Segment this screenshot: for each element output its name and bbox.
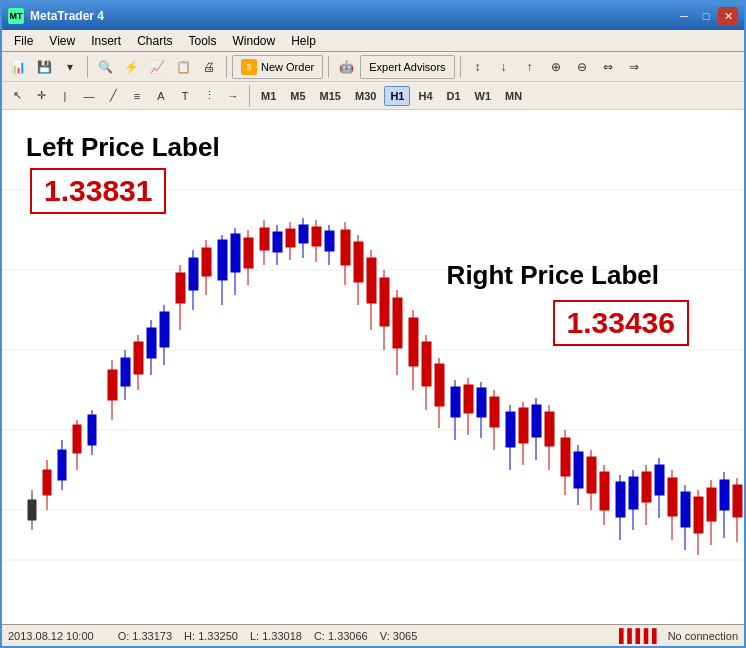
svg-rect-22 [134,342,143,374]
arrow-tool[interactable]: → [222,85,244,107]
sort-icon[interactable]: ↕ [466,55,490,79]
timeframe-m15[interactable]: M15 [314,86,347,106]
new-order-icon: $ [241,59,257,75]
chart-type-icon[interactable]: 📈 [145,55,169,79]
timeframe-m5[interactable]: M5 [284,86,311,106]
sep1 [87,56,88,78]
svg-rect-20 [121,358,130,386]
left-price-box: 1.33831 [30,168,166,214]
up-icon[interactable]: ↑ [518,55,542,79]
svg-rect-86 [574,452,583,488]
title-bar-controls: ─ □ ✕ [674,7,738,25]
fib-tool[interactable]: ⋮ [198,85,220,107]
svg-rect-10 [43,470,51,495]
new-chart-icon[interactable]: 📊 [6,55,30,79]
svg-rect-30 [189,258,198,290]
chart-container[interactable]: Left Price Label 1.33831 Right Price Lab… [2,110,744,624]
svg-rect-68 [451,387,460,417]
cursor-tool[interactable]: ↖ [6,85,28,107]
down-icon[interactable]: ↓ [492,55,516,79]
svg-rect-26 [160,312,169,347]
svg-rect-102 [681,492,690,527]
text-tool[interactable]: A [150,85,172,107]
auto-scroll-icon[interactable]: ⇒ [622,55,646,79]
svg-rect-40 [260,228,269,250]
sep5 [249,85,250,107]
svg-rect-48 [312,227,321,246]
horizontal-line-tool[interactable]: — [78,85,100,107]
svg-rect-60 [393,298,402,348]
channel-tool[interactable]: ≡ [126,85,148,107]
svg-rect-46 [299,225,308,243]
expert-advisors-button[interactable]: Expert Advisors [360,55,454,79]
menu-view[interactable]: View [41,32,83,50]
svg-rect-44 [286,229,295,247]
trendline-tool[interactable]: ╱ [102,85,124,107]
properties-icon[interactable]: 📋 [171,55,195,79]
sep2 [226,56,227,78]
svg-rect-80 [532,405,541,437]
menu-tools[interactable]: Tools [181,32,225,50]
main-window: MT MetaTrader 4 ─ □ ✕ File View Insert C… [0,0,746,648]
arrow-down-icon[interactable]: ▾ [58,55,82,79]
menu-charts[interactable]: Charts [129,32,180,50]
svg-rect-36 [231,234,240,272]
title-bar: MT MetaTrader 4 ─ □ ✕ [2,2,744,30]
expert-advisors-label: Expert Advisors [369,61,445,73]
minimize-button[interactable]: ─ [674,7,694,25]
svg-rect-104 [694,497,703,533]
menu-help[interactable]: Help [283,32,324,50]
toolbar1: 📊 💾 ▾ 🔍 ⚡ 📈 📋 🖨 $ New Order 🤖 Expert Adv… [2,52,744,82]
status-volume: V: 3065 [380,630,418,642]
zoom-out-icon[interactable]: ⊖ [570,55,594,79]
print-icon[interactable]: 🖨 [197,55,221,79]
sep3 [328,56,329,78]
svg-rect-64 [422,342,431,386]
menu-insert[interactable]: Insert [83,32,129,50]
svg-rect-78 [519,408,528,443]
menu-window[interactable]: Window [225,32,284,50]
svg-rect-88 [587,457,596,493]
vertical-line-tool[interactable]: | [54,85,76,107]
timeframe-m30[interactable]: M30 [349,86,382,106]
fixed-scale-icon[interactable]: ⇔ [596,55,620,79]
svg-rect-38 [244,238,253,268]
app-icon: MT [8,8,24,24]
svg-rect-72 [477,388,486,417]
expert-icon[interactable]: 🤖 [334,55,358,79]
save-icon[interactable]: 💾 [32,55,56,79]
timeframe-w1[interactable]: W1 [469,86,498,106]
right-price-box: 1.33436 [553,300,689,346]
svg-rect-50 [325,231,334,251]
svg-rect-100 [668,478,677,516]
timeframe-d1[interactable]: D1 [441,86,467,106]
svg-rect-98 [655,465,664,495]
svg-rect-28 [176,273,185,303]
zoom-icon[interactable]: 🔍 [93,55,117,79]
svg-rect-82 [545,412,554,446]
timeframe-h4[interactable]: H4 [412,86,438,106]
svg-rect-70 [464,385,473,413]
svg-rect-106 [707,488,716,521]
label-tool[interactable]: T [174,85,196,107]
svg-rect-18 [108,370,117,400]
crosshair-tool[interactable]: ✛ [30,85,52,107]
no-connection-status: No connection [668,630,738,642]
indicators-icon[interactable]: ⚡ [119,55,143,79]
zoom-in-icon[interactable]: ⊕ [544,55,568,79]
svg-rect-108 [720,480,729,510]
menu-file[interactable]: File [6,32,41,50]
timeframe-mn[interactable]: MN [499,86,528,106]
svg-rect-56 [367,258,376,303]
svg-rect-62 [409,318,418,366]
timeframe-h1[interactable]: H1 [384,86,410,106]
status-high: H: 1.33250 [184,630,238,642]
svg-rect-12 [58,450,66,480]
svg-rect-24 [147,328,156,358]
timeframe-m1[interactable]: M1 [255,86,282,106]
new-order-button[interactable]: $ New Order [232,55,323,79]
maximize-button[interactable]: □ [696,7,716,25]
svg-rect-76 [506,412,515,447]
close-button[interactable]: ✕ [718,7,738,25]
signal-bars-icon: ▐▐▐▐▐ [615,628,656,643]
